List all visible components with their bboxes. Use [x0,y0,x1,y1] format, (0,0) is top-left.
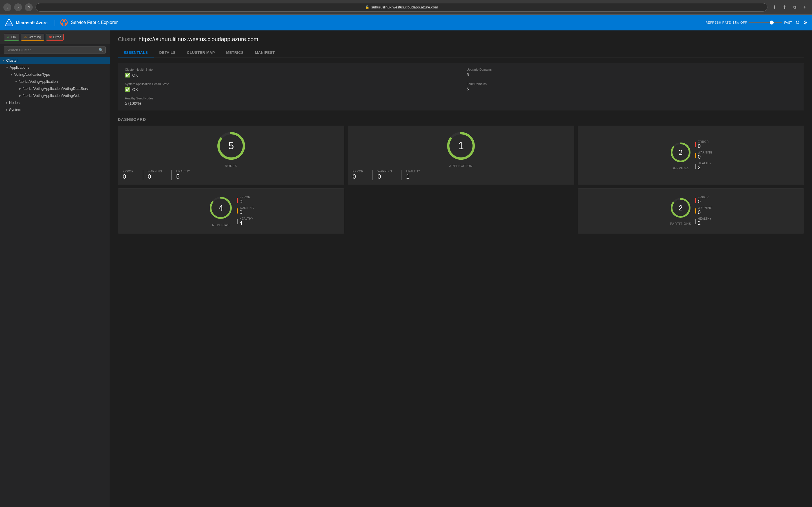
nodes-donut: 5 [216,130,247,161]
sidebar-item-votingdatasrv[interactable]: ▶ fabric:/VotingApplication/VotingDataSe… [0,85,110,92]
filter-warning-button[interactable]: ⚠ Warning [21,34,44,41]
partitions-warning-value: 0 [698,210,712,216]
error-label: Error [53,35,61,39]
chevron-right-icon: ▶ [19,94,21,97]
cluster-url: https://suhurulilinux.westus.cloudapp.az… [139,36,258,43]
partitions-healthy-bar [695,219,696,224]
tab-essentials[interactable]: ESSENTIALS [118,48,154,57]
partitions-healthy-value: 2 [698,220,712,226]
dashboard-grid: 5 NODES ERROR 0 WARNING 0 HEALTHY 5 [118,126,804,233]
fault-domains-label: Fault Domains [467,82,797,86]
services-healthy-value: 2 [698,165,712,171]
plus-icon[interactable]: + [801,3,809,11]
services-stats: ERROR 0 WARNING 0 HEAL [695,140,712,171]
upgrade-domains-label: Upgrade Domains [467,68,797,71]
search-bar[interactable]: 🔍 [4,47,106,54]
sidebar-item-cluster[interactable]: ▼ Cluster [0,57,110,64]
share-icon[interactable]: ⬆ [780,3,788,11]
refresh-button[interactable]: ↻ [25,3,33,11]
tab-metrics[interactable]: METRICS [220,48,249,57]
nodes-error-label: ERROR [123,170,134,173]
sidebar-item-nodes[interactable]: ▶ Nodes [0,99,110,106]
votingapp-label: fabric:/VotingApplication [18,79,58,83]
tab-details[interactable]: DETAILS [154,48,181,57]
refresh-control: REFRESH RATE 15s OFF FAST [705,20,792,25]
replicas-number: 4 [218,204,223,212]
services-donut-area: 2 SERVICES [669,141,692,170]
replicas-card: 4 REPLICAS ERROR 0 WA [118,188,344,233]
essentials-grid: Cluster Health State ✅ OK Upgrade Domain… [118,63,804,110]
tab-manifest[interactable]: MANIFEST [249,48,280,57]
cluster-health-value: ✅ OK [125,72,455,78]
system-app-health-state: System Application Health State ✅ OK [125,82,455,92]
back-button[interactable]: ‹ [3,3,11,11]
partitions-warning-label: WARNING [698,207,712,210]
sidebar-item-system[interactable]: ▶ System [0,106,110,113]
healthy-seed-nodes: Healthy Seed Nodes 5 (100%) [125,97,455,106]
search-icon: 🔍 [99,48,103,52]
main-layout: ✔ OK ⚠ Warning ✖ Error 🔍 ▼ Cluster [0,31,812,507]
partitions-warning-bar [695,209,696,214]
chevron-down-icon: ▼ [15,80,17,83]
votingapptype-label: VotingApplicationType [14,72,50,76]
partitions-error-value: 0 [698,199,709,205]
app-title-area: Service Fabric Explorer [60,18,117,26]
services-donut: 2 [669,141,692,164]
address-bar[interactable]: 🔒 suhurulilinux.westus.cloudapp.azure.co… [36,3,767,11]
partitions-warning-row: WARNING 0 [695,207,712,216]
windows-icon[interactable]: ⧉ [791,3,799,11]
replicas-donut-area: 4 REPLICAS [208,195,234,227]
app-title: Service Fabric Explorer [71,20,117,25]
services-error-row: ERROR 0 [695,140,712,149]
votingweb-label: fabric:/VotingApplication/VotingWeb [22,94,80,98]
services-warning-value: 0 [698,154,712,160]
refresh-value: 15s [732,20,739,25]
sidebar-item-votingapptype[interactable]: ▼ VotingApplicationType [0,71,110,78]
replicas-error-label: ERROR [239,196,250,199]
tab-cluster-map[interactable]: CLUSTER MAP [181,48,220,57]
replicas-healthy-value: 4 [239,220,253,226]
refresh-slider[interactable] [749,22,782,23]
tree: ▼ Cluster ▼ Applications ▼ VotingApplica… [0,56,110,507]
app-error-value: 0 [352,173,363,180]
application-card: 1 APPLICATION ERROR 0 WARNING 0 HEALTHY … [348,126,574,185]
services-card: 2 SERVICES ERROR 0 WA [578,126,804,185]
fault-domains-value: 5 [467,87,797,91]
replicas-healthy-bar [237,219,238,224]
download-icon[interactable]: ⬇ [770,3,778,11]
ok-dot-icon: ✔ [7,35,10,39]
chevron-right-icon: ▶ [6,108,8,111]
services-warning-row: WARNING 0 [695,151,712,160]
cluster-label: Cluster [6,58,18,62]
ok-label: OK [11,35,16,39]
partitions-error-bar [695,198,696,203]
filter-error-button[interactable]: ✖ Error [46,34,64,41]
lock-icon: 🔒 [365,5,369,9]
cluster-health-state: Cluster Health State ✅ OK [125,68,455,78]
nodes-card: 5 NODES ERROR 0 WARNING 0 HEALTHY 5 [118,126,344,185]
nodes-warning-value: 0 [148,173,162,180]
services-warning-bar [695,153,696,158]
chevron-right-icon: ▶ [6,101,8,104]
sidebar-item-applications[interactable]: ▼ Applications [0,64,110,71]
search-input[interactable] [6,48,99,52]
replicas-stats: ERROR 0 WARNING 0 HEAL [237,195,254,227]
forward-button[interactable]: › [14,3,22,11]
sidebar: ✔ OK ⚠ Warning ✖ Error 🔍 ▼ Cluster [0,31,110,507]
sidebar-item-votingapp[interactable]: ▼ fabric:/VotingApplication [0,78,110,85]
app-error-stat: ERROR 0 [352,170,368,180]
partitions-error-row: ERROR 0 [695,196,712,205]
sidebar-item-votingweb[interactable]: ▶ fabric:/VotingApplication/VotingWeb [0,92,110,99]
replicas-warning-label: WARNING [239,207,254,210]
upgrade-domains: Upgrade Domains 5 [467,68,797,78]
filter-ok-button[interactable]: ✔ OK [4,34,19,41]
partitions-healthy-label: HEALTHY [698,217,712,220]
nodes-error-value: 0 [123,173,134,180]
application-number: 1 [458,141,464,151]
settings-icon-button[interactable]: ⚙ [803,19,808,25]
partitions-stats: ERROR 0 WARNING 0 HEAL [695,195,712,227]
ok-check-icon: ✅ [125,72,131,78]
refresh-icon-button[interactable]: ↻ [795,19,800,25]
nodes-warning-stat: WARNING 0 [143,170,167,180]
nodes-healthy-value: 5 [176,173,190,180]
